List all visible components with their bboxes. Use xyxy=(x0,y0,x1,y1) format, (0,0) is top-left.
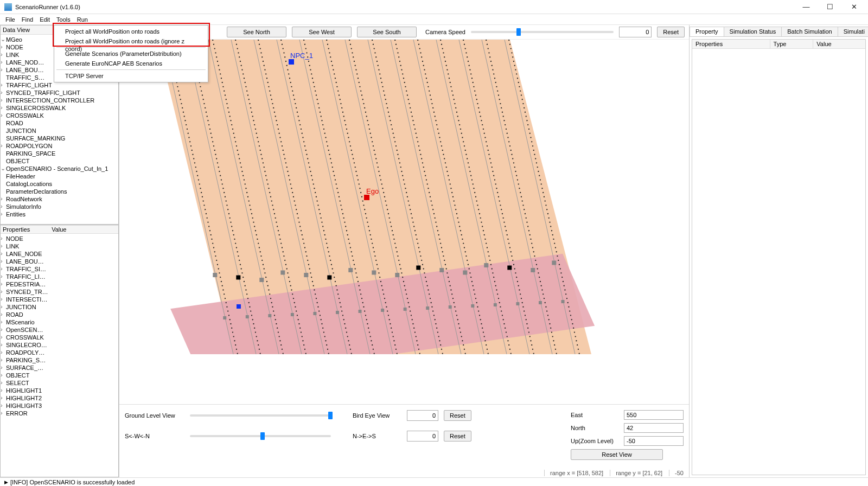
tree-item[interactable]: TRAFFIC_LIGHT xyxy=(1,81,118,89)
tree-item[interactable]: CatalogLocations xyxy=(1,180,118,188)
svg-rect-45 xyxy=(439,268,444,272)
svg-rect-6 xyxy=(223,316,226,319)
svg-rect-13 xyxy=(259,278,264,282)
svg-rect-53 xyxy=(484,263,488,267)
menu-file[interactable]: File xyxy=(5,16,15,23)
ground-level-slider[interactable] xyxy=(190,414,331,417)
propgrid-col-value: Value xyxy=(813,40,865,48)
blue-node[interactable] xyxy=(237,304,241,309)
tab-batch-sim[interactable]: Batch Simulation xyxy=(781,27,838,36)
see-west-button[interactable]: See West xyxy=(292,27,352,37)
ego-marker[interactable] xyxy=(364,195,369,200)
tab-sim-status[interactable]: Simulation Status xyxy=(724,27,782,36)
tree-item[interactable]: OBJECT xyxy=(1,372,118,379)
tree-item[interactable]: ROADPOLYGON xyxy=(1,142,118,150)
tree-item[interactable]: TRAFFIC_SI… xyxy=(1,265,118,273)
tree-item[interactable]: MScenario xyxy=(1,318,118,326)
close-button[interactable]: ✕ xyxy=(842,1,866,13)
see-north-button[interactable]: See North xyxy=(227,27,286,37)
tree-item[interactable]: LINK xyxy=(1,242,118,250)
tree-item[interactable]: RoadNetwork xyxy=(1,195,118,203)
ground-level-value[interactable] xyxy=(407,410,438,421)
tree-item[interactable]: TRAFFIC_LI… xyxy=(1,273,118,280)
camera-speed-value[interactable] xyxy=(619,27,652,37)
tree-item[interactable]: HIGHLIGHT1 xyxy=(1,387,118,394)
menu-tools[interactable]: Tools xyxy=(56,16,71,23)
npc-marker[interactable] xyxy=(289,59,294,65)
propgrid-col-type: Type xyxy=(770,40,814,48)
tree-item[interactable]: ROAD xyxy=(1,119,118,127)
tree-item[interactable]: LANE_NODE xyxy=(1,250,118,258)
properties-tree[interactable]: NODELINKLANE_NODELANE_BOU…TRAFFIC_SI…TRA… xyxy=(1,234,118,418)
tree-item[interactable]: PARKING_SPACE xyxy=(1,150,118,157)
direction-value[interactable] xyxy=(407,431,438,442)
tree-item[interactable]: PEDESTRIA… xyxy=(1,280,118,288)
svg-rect-65 xyxy=(552,261,556,265)
tree-item[interactable]: HIGHLIGHT2 xyxy=(1,394,118,402)
tree-item[interactable]: ERROR xyxy=(1,410,118,417)
viewport[interactable]: NPC_1 Ego xyxy=(119,39,689,404)
tree-item[interactable]: SYNCED_TR… xyxy=(1,288,118,296)
tree-item[interactable]: ROAD xyxy=(1,311,118,318)
tree-item[interactable]: Entities xyxy=(1,210,118,218)
maximize-button[interactable]: ☐ xyxy=(818,1,842,13)
menu-run[interactable]: Run xyxy=(77,16,88,23)
property-grid[interactable]: Properties Type Value xyxy=(692,39,866,475)
tree-item[interactable]: SYNCED_TRAFFIC_LIGHT xyxy=(1,89,118,97)
see-south-button[interactable]: See South xyxy=(357,27,417,37)
menu-item-gen-scenarios[interactable]: Generate Scenarios (ParameterDistributio… xyxy=(54,49,208,59)
menu-item-tcp[interactable]: TCP/IP Server xyxy=(54,71,208,81)
swn-label: S<-W<-N xyxy=(125,433,184,439)
tree-item[interactable]: SURFACE_… xyxy=(1,364,118,372)
direction-slider[interactable] xyxy=(190,435,331,437)
propgrid-col-props: Properties xyxy=(692,40,770,48)
camera-speed-reset-button[interactable]: Reset xyxy=(657,27,685,37)
tree-item[interactable]: CROSSWALK xyxy=(1,334,118,341)
tree-item[interactable]: CROSSWALK xyxy=(1,112,118,119)
svg-rect-21 xyxy=(304,273,308,277)
direction-reset-button[interactable]: Reset xyxy=(444,431,471,442)
tree-item[interactable]: INTERSECTION_CONTROLLER xyxy=(1,97,118,104)
tree-item[interactable]: JUNCTION xyxy=(1,303,118,311)
menu-item-project[interactable]: Project all WorldPosition onto roads xyxy=(54,27,208,36)
up-input[interactable] xyxy=(624,436,684,446)
tree-item[interactable]: ParameterDeclarations xyxy=(1,188,118,195)
tree-item[interactable]: INTERSECTI… xyxy=(1,296,118,303)
tree-item[interactable]: OBJECT xyxy=(1,157,118,165)
svg-rect-62 xyxy=(539,301,542,304)
range-y: range y = [21, 62] xyxy=(610,470,662,476)
tree-item[interactable]: PARKING_S… xyxy=(1,356,118,364)
north-input[interactable] xyxy=(624,423,684,433)
minimize-button[interactable]: — xyxy=(794,1,818,13)
tree-item[interactable]: NODE xyxy=(1,235,118,242)
menu-item-gen-aeb[interactable]: Generate EuroNCAP AEB Scenarios xyxy=(54,59,208,68)
bottom-controls: Ground Level View Bird Eye View Reset S<… xyxy=(119,404,689,477)
tree-item[interactable]: SINGLECRO… xyxy=(1,341,118,349)
svg-rect-30 xyxy=(359,310,362,313)
tree-item[interactable]: SINGLECROSSWALK xyxy=(1,104,118,112)
range-x: range x = [518, 582] xyxy=(544,470,603,476)
tree-item[interactable]: LANE_BOU… xyxy=(1,258,118,265)
reset-view-button[interactable]: Reset View xyxy=(571,449,663,460)
menu-edit[interactable]: Edit xyxy=(40,16,50,23)
east-input[interactable] xyxy=(624,410,684,420)
tree-item[interactable]: HIGHLIGHT3 xyxy=(1,402,118,410)
range-z: -50 xyxy=(669,470,684,476)
menu-find[interactable]: Find xyxy=(22,16,33,23)
menu-item-project-ignore-z[interactable]: Project all WorldPosition onto roads (ig… xyxy=(54,36,208,46)
tab-property[interactable]: Property xyxy=(690,27,724,36)
ground-reset-button[interactable]: Reset xyxy=(444,410,471,421)
tab-simulation[interactable]: Simulati xyxy=(838,27,868,36)
tree-item[interactable]: OpenSCEN… xyxy=(1,326,118,334)
tree-item[interactable]: SURFACE_MARKING xyxy=(1,135,118,142)
camera-speed-slider[interactable] xyxy=(471,31,614,33)
tree-item[interactable]: JUNCTION xyxy=(1,127,118,135)
props-col-value: Value xyxy=(52,226,66,233)
tree-item[interactable]: SELECT xyxy=(1,379,118,387)
tree-item[interactable]: SimulatorInfo xyxy=(1,203,118,210)
tree-item[interactable]: OpenSCENARIO - Scenario_Cut_In_1 xyxy=(1,165,118,172)
svg-rect-50 xyxy=(471,304,474,308)
tree-item[interactable]: ROADPOLY… xyxy=(1,349,118,356)
ground-level-label: Ground Level View xyxy=(125,412,184,419)
tree-item[interactable]: FileHeader xyxy=(1,172,118,180)
